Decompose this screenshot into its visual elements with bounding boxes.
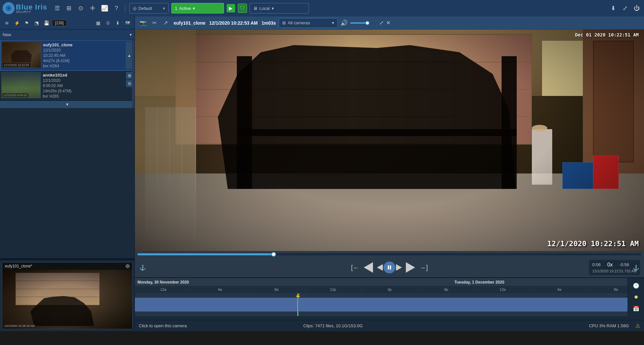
hour-4p: 4p <box>361 288 418 291</box>
local-dropdown[interactable]: 🖥 Local ▾ <box>250 3 309 13</box>
nav-separator <box>125 3 125 13</box>
anchor-icon[interactable]: ⚓ <box>139 264 147 271</box>
nav-clock-icon[interactable]: ⊙ <box>76 4 86 13</box>
timeline-cursor-line <box>297 293 298 316</box>
timeline-dates-row: Monday, 30 November 2020 Tuesday, 1 Dece… <box>135 278 644 286</box>
active-status-btn[interactable]: 1 Active ▾ <box>171 3 224 13</box>
nav-help-icon[interactable]: ? <box>112 4 121 13</box>
lt-grid-icon[interactable]: ▦ <box>94 19 102 27</box>
video-area: Dec 01 2020 10:22:51 AM 12/1/2020 10:22:… <box>135 30 644 251</box>
svg-point-2 <box>8 7 10 9</box>
ff-big[interactable] <box>406 262 415 273</box>
volume-thumb[interactable] <box>365 21 369 25</box>
all-cameras-btn[interactable]: ⊞ All cameras ▾ <box>279 18 338 28</box>
clip-item-1[interactable]: 12/1/2020 10:22:45 eufy101_clone 12/1/20… <box>0 40 135 71</box>
status-right: CPU 3% RAM 1.58G <box>589 323 629 328</box>
volume-icon[interactable]: 🔊 <box>340 19 348 27</box>
timeline-date-right: Tuesday, 1 December 2020 <box>452 278 644 286</box>
hour-8a-1: 8a <box>248 288 305 291</box>
local-arrow: ▾ <box>272 6 274 11</box>
playhead-datetime: 12/1/2020 10:22:51.732 AM <box>592 269 637 273</box>
video-timestamp-bottom: 12/1/2020 10:22:51 AM <box>547 240 639 248</box>
playback-speed: 0x <box>607 261 613 268</box>
all-cameras-label: All cameras <box>288 20 310 25</box>
pause-btn[interactable] <box>384 262 395 273</box>
filter-label: New <box>3 32 11 37</box>
progress-track[interactable] <box>137 253 641 255</box>
clip-list-section: 12/1/2020 10:22:45 eufy101_clone 12/1/20… <box>0 40 135 258</box>
lt-flash-icon[interactable]: ⚡ <box>12 19 21 27</box>
hour-8p: 8p <box>418 288 474 291</box>
power-icon[interactable]: ⏻ <box>632 4 641 13</box>
lt-map-icon[interactable]: 🗺 <box>123 19 132 27</box>
nav-grid-icon[interactable]: ⊞ <box>64 4 74 13</box>
clip-count: [238] <box>52 20 67 26</box>
lt-down-icon[interactable]: ⬇ <box>113 19 122 27</box>
timeline-area: Monday, 30 November 2020 Tuesday, 1 Dece… <box>135 277 644 320</box>
svg-rect-4 <box>390 265 391 269</box>
vh-right: ⊞ All cameras ▾ 🔊 ⤢ ✕ <box>279 18 390 28</box>
tl-calendar-icon[interactable]: 📅 <box>631 303 641 314</box>
top-right-icons: ⬇ ⤢ ⏻ <box>608 4 641 13</box>
anchor-right-icon[interactable]: ⚓ <box>632 264 640 271</box>
video-frame: Dec 01 2020 10:22:51 AM 12/1/2020 10:22:… <box>135 30 644 251</box>
lt-lock-icon[interactable]: ⬔ <box>32 19 41 27</box>
clip-item-2[interactable]: 12/1/2020 9:00:02 annke101sd 12/1/2020 9… <box>0 71 135 101</box>
timeline-data-row[interactable]: ⚡ <box>135 293 628 316</box>
lt-num-icon[interactable]: ① <box>104 19 112 27</box>
forward-small-btn[interactable] <box>396 264 402 271</box>
nav-chart-icon[interactable]: 📈 <box>100 4 109 13</box>
clip-scroll-btns: ▲ <box>126 42 133 69</box>
volume-track[interactable] <box>350 22 377 24</box>
vh-duration: 1m03s <box>261 20 276 26</box>
profile-dropdown[interactable]: ◎ Default ▾ <box>129 3 169 13</box>
clip-info-1: eufy101_clone 12/1/2020 10:22:45 AM 4m27… <box>43 42 73 69</box>
volume-slider-area <box>350 22 377 24</box>
progress-thumb[interactable] <box>271 252 276 257</box>
hour-12a-2: 12a <box>474 288 531 291</box>
timeline-recording-segment <box>135 298 628 311</box>
clip-size-2: 14m26s (9.47M) <box>43 89 71 93</box>
vh-camera-name: eufy101_clone <box>174 20 206 26</box>
all-cameras-grid-icon: ⊞ <box>282 20 286 25</box>
status-center: Clips: 7471 files, 10.1G/153.0G <box>303 323 363 328</box>
vh-crop-icon[interactable]: ✂ <box>150 19 159 27</box>
fullscreen-icon[interactable]: ⤢ <box>379 20 384 26</box>
clip-time-1: 10:22:45 AM <box>43 53 73 58</box>
scroll-down-btn[interactable]: ▼ <box>0 101 135 108</box>
local-label: Local <box>260 6 270 11</box>
lt-flag-icon[interactable]: ⚑ <box>22 19 31 27</box>
vh-camera-icon[interactable]: 📷 <box>139 19 147 27</box>
lt-filter-icon[interactable]: ≋ <box>3 19 11 27</box>
filter-dropdown[interactable]: New ▾ <box>0 30 135 40</box>
play-btn[interactable]: ▶ <box>227 4 235 12</box>
all-cameras-arrow: ▾ <box>332 20 334 25</box>
go-start-btn[interactable]: [← <box>351 263 360 272</box>
volume-fill <box>350 22 366 24</box>
lt-save-icon[interactable]: 💾 <box>42 19 51 27</box>
live-panel: eufy101_clone* <box>2 262 133 329</box>
ctrl-dot-left <box>380 266 382 268</box>
clip-thumb-2: 12/1/2020 9:00:02 <box>1 72 41 98</box>
tl-clock-icon[interactable]: 🕐 <box>631 280 641 291</box>
left-panel: ≋ ⚡ ⚑ ⬔ 💾 [238] ▦ ① ⬇ 🗺 New ▾ <box>0 16 135 331</box>
profile-dropdown-label: Default <box>138 6 152 11</box>
expand-icon[interactable]: ⤢ <box>620 4 630 13</box>
clip-name-1: eufy101_clone <box>43 42 73 47</box>
nav-cross-icon[interactable]: ✛ <box>88 4 97 13</box>
hour-4a-1: 4a <box>191 288 248 291</box>
shield-icon[interactable]: 🛡 <box>238 4 247 13</box>
vh-export-icon[interactable]: ↗ <box>161 19 170 27</box>
go-end-btn[interactable]: →] <box>419 263 428 272</box>
live-thumb: 12/1/2020 10:28:19 AM <box>2 270 132 329</box>
rewind-big-arrow[interactable] <box>364 262 373 273</box>
clip-time-2: 9:00:02 AM <box>43 83 71 88</box>
bottom-status-bar: Click to open this camera Clips: 7471 fi… <box>135 320 644 331</box>
nav-list-icon[interactable]: ☰ <box>53 4 62 13</box>
download-icon[interactable]: ⬇ <box>608 4 618 13</box>
scroll-bar <box>132 40 135 108</box>
time-remaining: -0:56 <box>619 262 629 268</box>
ff-big-arrow[interactable] <box>406 262 415 273</box>
rewind-big[interactable] <box>364 262 373 273</box>
close-video-icon[interactable]: ✕ <box>386 20 390 26</box>
